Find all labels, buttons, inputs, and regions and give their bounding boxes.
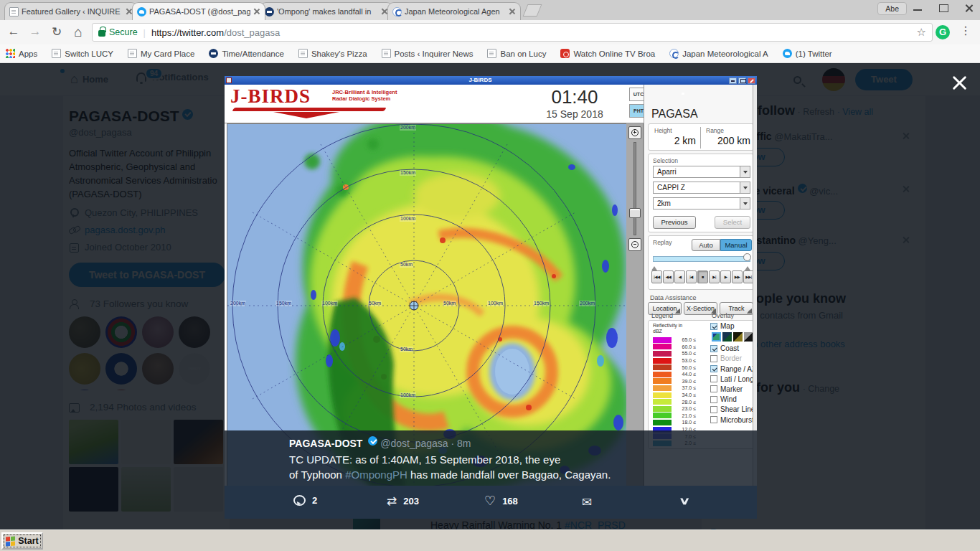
- start-button[interactable]: Start: [1, 532, 43, 550]
- home-icon[interactable]: ⌂: [70, 24, 86, 40]
- checkbox[interactable]: [710, 365, 717, 372]
- select-button[interactable]: Select: [715, 216, 750, 229]
- radar-site-name: PAGASA: [651, 108, 698, 121]
- playback-button[interactable]: ◀◀: [663, 270, 674, 283]
- close-icon[interactable]: [961, 1, 977, 14]
- chevron-down-icon[interactable]: [740, 166, 750, 178]
- reload-icon[interactable]: ↻: [49, 24, 65, 39]
- browser-profile-chip[interactable]: Abe: [877, 2, 907, 15]
- selection-dropdown[interactable]: 2km: [653, 197, 750, 209]
- forward-icon[interactable]: →: [27, 24, 43, 39]
- reply-action[interactable]: 2: [293, 495, 317, 506]
- checkbox[interactable]: [710, 406, 717, 413]
- playback-controls: |◀◀◀◀◀|◀■▶|▶▶▶▶▶|: [651, 270, 754, 283]
- playback-button[interactable]: ▶▶: [732, 270, 743, 283]
- overlay-option[interactable]: Marker: [710, 385, 753, 393]
- zoom-out-icon[interactable]: [628, 238, 641, 251]
- auto-button[interactable]: Auto: [692, 239, 720, 251]
- map-style-swatch[interactable]: [722, 332, 732, 342]
- bookmark-star-icon[interactable]: ☆: [917, 26, 926, 39]
- windows-taskbar: Start e O X Z DS ^ 2:07 AM: [0, 529, 980, 551]
- tweet-photo[interactable]: J-BIRDS J-BIRDS JRC-Brilliant & Intel: [225, 76, 757, 486]
- map-style-swatch[interactable]: [733, 332, 743, 342]
- playback-button[interactable]: ▶|: [709, 270, 720, 283]
- browser-tab[interactable]: 'Ompong' makes landfall in: [260, 2, 393, 20]
- caption-handle[interactable]: @dost_pagasa: [380, 438, 448, 449]
- browser-tab[interactable]: PAGASA-DOST (@dost_pag: [132, 2, 265, 20]
- playback-button[interactable]: ■: [697, 270, 708, 283]
- legend-value: 21.0 ≤: [672, 413, 696, 418]
- selection-dropdown[interactable]: Aparri: [653, 166, 750, 178]
- legend-row: 21.0 ≤: [653, 413, 696, 420]
- bookmark-item[interactable]: Shakey's Pizza: [298, 49, 367, 58]
- checkbox[interactable]: [710, 416, 717, 423]
- chevron-down-icon[interactable]: [740, 182, 750, 194]
- retweet-action[interactable]: ⇄ 203: [387, 495, 419, 507]
- checkbox[interactable]: [710, 396, 717, 403]
- tab-close-icon[interactable]: [253, 8, 260, 15]
- browser-menu-icon[interactable]: ⋮: [960, 24, 971, 37]
- maximize-icon[interactable]: [936, 1, 951, 14]
- direct-message-action[interactable]: ✉: [582, 495, 592, 510]
- bookmark-item[interactable]: Time/Attendance: [209, 49, 284, 58]
- bookmark-item[interactable]: Ban on Lucy: [487, 49, 546, 58]
- playback-button[interactable]: ◀: [674, 270, 685, 283]
- url-box[interactable]: Secure | https://twitter.com /dost_pagas…: [92, 23, 933, 42]
- checkbox[interactable]: [710, 345, 717, 352]
- zoom-slider-thumb[interactable]: [629, 208, 641, 218]
- bookmark-item[interactable]: Switch LUCY: [52, 49, 113, 58]
- bookmark-item[interactable]: Posts ‹ Inquirer News: [382, 49, 473, 58]
- tab-close-icon[interactable]: [509, 8, 516, 15]
- overlay-option[interactable]: Coast: [710, 344, 753, 352]
- legend-row: 44.0 ≤: [653, 371, 696, 378]
- zoom-in-icon[interactable]: [628, 126, 641, 139]
- overlay-option[interactable]: Map: [710, 322, 753, 330]
- caption-author[interactable]: PAGASA-DOST: [289, 438, 362, 449]
- replay-slider-handle[interactable]: [743, 253, 751, 261]
- previous-button[interactable]: Previous: [653, 216, 696, 229]
- legend-value: 37.0 ≤: [672, 385, 696, 390]
- caption-hashtag[interactable]: #OmpongPH: [345, 468, 407, 481]
- checkbox[interactable]: [710, 355, 717, 362]
- checkbox[interactable]: [710, 323, 717, 330]
- overlay-option[interactable]: Range / AZ: [710, 365, 753, 373]
- minimize-icon[interactable]: [910, 1, 925, 14]
- browser-tab[interactable]: Japan Meteorological Agen: [387, 2, 521, 20]
- legend-value: 18.0 ≤: [672, 420, 696, 425]
- legend-row: 23.0 ≤: [653, 405, 696, 413]
- bookmark-item[interactable]: Japan Meteorological A: [669, 49, 768, 58]
- overlay-option[interactable]: Border: [710, 354, 753, 362]
- overlay-option[interactable]: Lati / Long: [710, 375, 753, 383]
- overlay-option[interactable]: Shear Line: [710, 405, 753, 413]
- lightbox-close-icon[interactable]: [950, 73, 969, 92]
- bookmark-item[interactable]: My Card Place: [128, 49, 194, 58]
- replay-slider-track[interactable]: [653, 256, 750, 262]
- bookmark-item[interactable]: Apps: [6, 49, 37, 58]
- overlay-option[interactable]: Wind: [710, 395, 753, 403]
- like-action[interactable]: ♡ 168: [484, 495, 518, 507]
- bookmark-item[interactable]: (1) Twitter: [783, 49, 832, 58]
- browser-tab[interactable]: Featured Gallery ‹ INQUIRE: [4, 2, 138, 20]
- legend-color-swatch: [653, 406, 672, 412]
- checkbox[interactable]: [710, 375, 717, 382]
- chevron-down-icon[interactable]: [740, 197, 750, 209]
- new-tab-button[interactable]: [523, 4, 542, 17]
- manual-button[interactable]: Manual: [720, 239, 752, 251]
- legend-row: 53.0 ≤: [653, 357, 696, 364]
- map-style-swatch[interactable]: [712, 332, 721, 342]
- radar-date: 15 Sep 2018: [524, 108, 625, 120]
- range-ring-label: 150km: [275, 301, 292, 306]
- back-icon[interactable]: ←: [6, 24, 22, 39]
- checkbox[interactable]: [710, 385, 717, 392]
- more-action[interactable]: ∨: [681, 495, 688, 507]
- bookmark-item[interactable]: Watch Online TV Broa: [560, 49, 655, 58]
- selection-dropdown[interactable]: CAPPI Z: [653, 182, 750, 194]
- grammarly-icon[interactable]: G: [936, 25, 950, 39]
- playback-button[interactable]: |◀◀: [651, 270, 662, 283]
- zoom-slider-track[interactable]: [633, 142, 636, 235]
- tweet-caption: PAGASA-DOST @dost_pagasa · 8m TC UPDATE:…: [225, 430, 757, 486]
- playback-button[interactable]: |◀: [686, 270, 697, 283]
- overlay-option[interactable]: Microburst: [710, 416, 753, 424]
- playback-button[interactable]: ▶: [720, 270, 731, 283]
- bookmark-favicon: [209, 49, 218, 58]
